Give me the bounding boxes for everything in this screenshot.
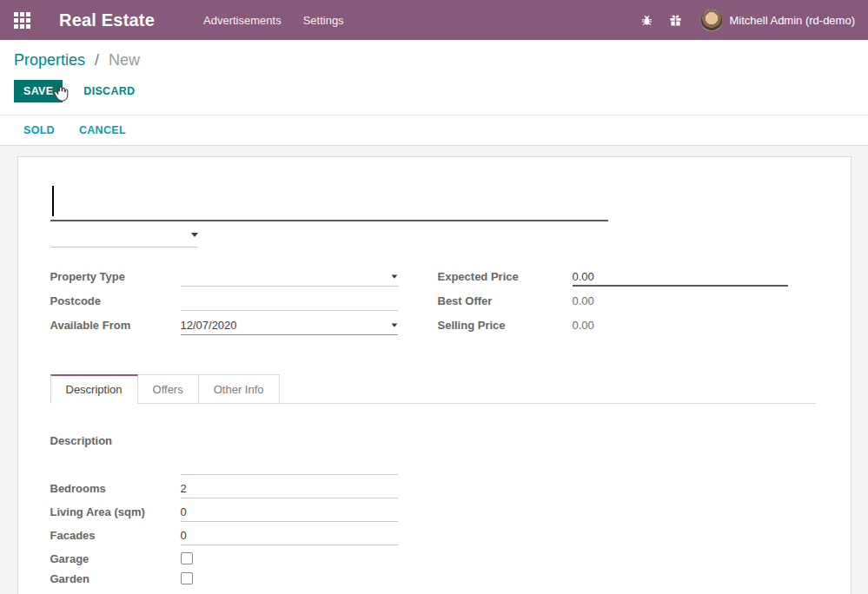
save-button[interactable]: SAVE (14, 80, 63, 102)
property-type-select[interactable] (181, 268, 398, 287)
garden-area-row: Garden Area (sqm) 0 (50, 591, 398, 594)
navbar-systray: Mitchell Admin (rd-demo) (626, 9, 856, 31)
property-title-input[interactable] (50, 183, 608, 221)
description-label: Description (50, 432, 181, 447)
bedrooms-input[interactable]: 2 (181, 480, 398, 498)
text-cursor (52, 186, 54, 216)
living-area-row: Living Area (sqm) 0 (50, 504, 398, 522)
selling-price-row: Selling Price 0.00 (438, 317, 788, 335)
bug-icon[interactable] (640, 13, 654, 27)
main-menu: Advertisements Settings (203, 14, 344, 27)
breadcrumb-separator: / (95, 51, 99, 69)
user-avatar[interactable] (700, 9, 723, 31)
cancel-button[interactable]: CANCEL (79, 124, 126, 136)
property-type-label: Property Type (50, 268, 181, 283)
form-buttons: SAVE DISCARD (14, 80, 854, 102)
expected-price-value: 0.00 (573, 270, 594, 283)
chevron-down-icon (391, 323, 397, 327)
living-area-input[interactable]: 0 (181, 504, 398, 522)
left-field-group: Property Type Postcode Available From (50, 268, 398, 341)
best-offer-value: 0.00 (573, 293, 788, 311)
available-from-label: Available From (50, 317, 181, 332)
field-groups: Property Type Postcode Available From (50, 268, 816, 341)
postcode-row: Postcode (50, 293, 398, 311)
property-tags-input[interactable] (50, 229, 198, 248)
breadcrumb-properties-link[interactable]: Properties (14, 51, 85, 69)
living-area-value: 0 (181, 505, 187, 518)
menu-advertisements[interactable]: Advertisements (203, 14, 282, 27)
selling-price-value: 0.00 (573, 317, 788, 335)
best-offer-label: Best Offer (438, 293, 573, 307)
postcode-label: Postcode (50, 293, 181, 307)
garden-area-label: Garden Area (sqm) (50, 591, 181, 594)
description-row: Description (50, 432, 398, 475)
description-input[interactable] (181, 432, 398, 475)
bedrooms-label: Bedrooms (50, 480, 181, 495)
facades-value: 0 (181, 529, 187, 542)
tab-description[interactable]: Description (50, 374, 138, 404)
form-view: Property Type Postcode Available From (0, 146, 868, 594)
app-title[interactable]: Real Estate (59, 10, 155, 30)
garage-checkbox[interactable] (181, 552, 193, 564)
breadcrumb-current: New (109, 51, 140, 69)
expected-price-input[interactable]: 0.00 (573, 268, 788, 287)
notebook-tabs: Description Offers Other Info (50, 373, 816, 404)
control-panel: Properties / New SAVE DISCARD (0, 40, 868, 116)
tab-description-content: Description Bedrooms 2 Living Area (sqm)… (50, 404, 816, 594)
gift-icon[interactable] (669, 13, 683, 27)
tab-other-info[interactable]: Other Info (198, 374, 280, 404)
form-sheet: Property Type Postcode Available From (17, 156, 851, 594)
facades-row: Facades 0 (50, 527, 398, 545)
discard-button[interactable]: DISCARD (83, 85, 135, 97)
garden-area-input[interactable]: 0 (181, 591, 398, 594)
chevron-down-icon (191, 233, 198, 237)
top-navbar: Real Estate Advertisements Settings (0, 0, 868, 40)
garden-checkbox[interactable] (181, 572, 193, 584)
garage-label: Garage (50, 551, 181, 565)
facades-label: Facades (50, 527, 181, 542)
living-area-label: Living Area (sqm) (50, 504, 181, 518)
available-from-row: Available From 12/07/2020 (50, 317, 398, 335)
facades-input[interactable]: 0 (181, 527, 398, 545)
breadcrumb: Properties / New (14, 51, 854, 69)
form-statusbar: SOLD CANCEL (0, 116, 868, 146)
user-menu[interactable]: Mitchell Admin (rd-demo) (730, 14, 856, 27)
best-offer-row: Best Offer 0.00 (438, 293, 788, 311)
right-field-group: Expected Price 0.00 Best Offer 0.00 Sell… (438, 268, 788, 341)
bedrooms-value: 2 (181, 482, 187, 495)
garden-label: Garden (50, 571, 181, 585)
garage-row: Garage (50, 551, 398, 565)
chevron-down-icon (391, 274, 397, 278)
sold-button[interactable]: SOLD (23, 124, 55, 136)
menu-settings[interactable]: Settings (303, 14, 344, 27)
apps-grid-icon[interactable] (13, 10, 32, 30)
property-type-row: Property Type (50, 268, 398, 287)
available-from-datepicker[interactable]: 12/07/2020 (181, 317, 398, 335)
tab-offers[interactable]: Offers (137, 374, 199, 404)
garden-row: Garden (50, 571, 398, 585)
postcode-input[interactable] (181, 293, 398, 311)
bedrooms-row: Bedrooms 2 (50, 480, 398, 498)
selling-price-label: Selling Price (438, 317, 573, 332)
expected-price-row: Expected Price 0.00 (438, 268, 788, 287)
available-from-value: 12/07/2020 (181, 319, 237, 332)
expected-price-label: Expected Price (438, 268, 573, 283)
